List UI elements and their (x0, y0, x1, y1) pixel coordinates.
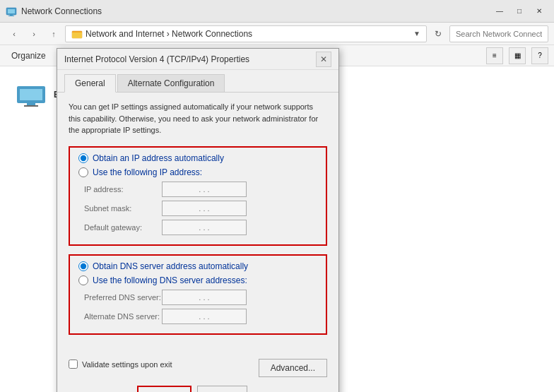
alternate-dns-label: Alternate DNS server: (84, 312, 162, 321)
cancel-button[interactable]: Cancel (197, 386, 247, 393)
default-gateway-label: Default gateway: (84, 223, 162, 232)
maximize-button[interactable]: □ (510, 4, 529, 18)
subnet-mask-row: Subnet mask: (84, 201, 317, 216)
ip-address-input[interactable] (162, 182, 247, 197)
svg-rect-1 (8, 9, 15, 13)
dialog-tabs: General Alternate Configuration (57, 70, 338, 92)
manual-ip-label[interactable]: Use the following IP address: (93, 167, 202, 177)
organize-menu[interactable]: Organize (6, 48, 52, 64)
search-input[interactable] (449, 25, 548, 42)
address-bar[interactable]: Network and Internet › Network Connectio… (65, 25, 427, 42)
auto-ip-label[interactable]: Obtain an IP address automatically (93, 153, 224, 163)
dialog-title: Internet Protocol Version 4 (TCP/IPv4) P… (64, 54, 312, 64)
minimize-button[interactable]: — (490, 4, 509, 18)
dialog-bottom-buttons: OK Cancel (57, 386, 338, 393)
dialog-close-button[interactable]: ✕ (316, 52, 331, 67)
refresh-button[interactable]: ↻ (430, 25, 447, 42)
manual-dns-label[interactable]: Use the following DNS server addresses: (93, 275, 247, 285)
default-gateway-row: Default gateway: (84, 220, 317, 235)
window-controls: — □ ✕ (490, 4, 548, 18)
ip-address-row: IP address: (84, 182, 317, 197)
dropdown-arrow: ▼ (413, 30, 420, 37)
preferred-dns-input[interactable] (162, 290, 247, 305)
auto-ip-row: Obtain an IP address automatically (78, 153, 317, 163)
tab-general[interactable]: General (64, 74, 116, 93)
subnet-mask-label: Subnet mask: (84, 204, 162, 213)
dialog-footer: Validate settings upon exit Advanced... (57, 353, 338, 386)
svg-rect-8 (24, 105, 38, 107)
dialog-body: You can get IP settings assigned automat… (57, 93, 338, 353)
preferred-dns-label: Preferred DNS server: (84, 293, 162, 302)
svg-rect-3 (8, 16, 14, 16)
validate-checkbox[interactable] (69, 360, 78, 369)
up-button[interactable]: ↑ (45, 25, 62, 42)
dialog-titlebar: Internet Protocol Version 4 (TCP/IPv4) P… (57, 49, 338, 70)
layout-button[interactable]: ▦ (509, 47, 526, 64)
advanced-button[interactable]: Advanced... (259, 359, 327, 377)
network-icon (6, 6, 17, 17)
window-title: Network Connections (21, 6, 486, 16)
back-button[interactable]: ‹ (6, 25, 23, 42)
subnet-mask-input[interactable] (162, 201, 247, 216)
address-text: Network and Internet › Network Connectio… (86, 29, 411, 39)
forward-button[interactable]: › (25, 25, 42, 42)
close-button[interactable]: ✕ (530, 4, 548, 18)
validate-row: Validate settings upon exit (69, 360, 172, 369)
view-options-button[interactable]: ≡ (486, 47, 503, 64)
ok-button[interactable]: OK (137, 386, 191, 393)
titlebar: Network Connections — □ ✕ (0, 0, 554, 23)
tcp-ipv4-dialog: Internet Protocol Version 4 (TCP/IPv4) P… (57, 48, 339, 392)
description-text: You can get IP settings assigned automat… (69, 101, 327, 136)
svg-rect-6 (20, 89, 42, 100)
manual-dns-radio[interactable] (78, 275, 88, 285)
ip-address-label: IP address: (84, 185, 162, 194)
ethernet-icon (14, 81, 48, 109)
ip-address-section: Obtain an IP address automatically Use t… (69, 146, 327, 246)
validate-label[interactable]: Validate settings upon exit (82, 360, 172, 369)
tab-alternate[interactable]: Alternate Configuration (117, 74, 225, 92)
auto-dns-row: Obtain DNS server address automatically (78, 261, 317, 271)
auto-dns-radio[interactable] (78, 261, 88, 271)
manual-dns-row: Use the following DNS server addresses: (78, 275, 317, 285)
dns-section: Obtain DNS server address automatically … (69, 254, 327, 335)
toolbar: ‹ › ↑ Network and Internet › Network Con… (0, 23, 554, 45)
auto-dns-label[interactable]: Obtain DNS server address automatically (93, 261, 248, 271)
auto-ip-radio[interactable] (78, 153, 88, 163)
folder-icon (71, 28, 83, 40)
alternate-dns-row: Alternate DNS server: (84, 309, 317, 324)
preferred-dns-row: Preferred DNS server: (84, 290, 317, 305)
help-button[interactable]: ? (531, 47, 548, 64)
manual-ip-row: Use the following IP address: (78, 167, 317, 177)
default-gateway-input[interactable] (162, 220, 247, 235)
alternate-dns-input[interactable] (162, 309, 247, 324)
manual-ip-radio[interactable] (78, 167, 88, 177)
